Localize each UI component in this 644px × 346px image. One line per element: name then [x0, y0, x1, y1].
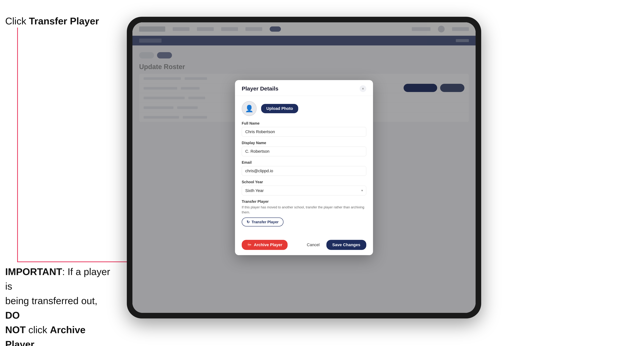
archive-player-button[interactable]: ⛔ Archive Player [242, 240, 288, 250]
instruction-top-bold: Transfer Player [29, 16, 99, 26]
full-name-label: Full Name [242, 121, 366, 126]
transfer-player-description: If this player has moved to another scho… [242, 205, 366, 215]
cancel-button[interactable]: Cancel [303, 240, 323, 250]
modal-close-button[interactable]: × [360, 85, 366, 92]
tablet-screen: Update Roster [132, 22, 476, 313]
transfer-player-label: Transfer Player [242, 199, 366, 204]
school-year-label: School Year [242, 180, 366, 184]
school-year-select[interactable]: First Year Second Year Third Year Fourth… [242, 186, 366, 195]
avatar-section: 👤 Upload Photo [242, 101, 366, 116]
tablet-device: Update Roster [127, 17, 481, 319]
full-name-input[interactable] [242, 127, 366, 137]
school-year-group: School Year First Year Second Year Third… [242, 180, 366, 195]
archive-icon: ⛔ [247, 242, 252, 247]
do-not-label: DONOT [5, 310, 26, 335]
modal-footer: ⛔ Archive Player Cancel Save Changes [235, 236, 373, 255]
display-name-input[interactable] [242, 147, 366, 156]
email-input[interactable] [242, 166, 366, 176]
full-name-group: Full Name [242, 121, 366, 137]
instruction-bottom: IMPORTANT: If a player is being transfer… [5, 264, 114, 346]
upload-photo-button[interactable]: Upload Photo [261, 104, 298, 113]
person-icon: 👤 [245, 105, 254, 113]
transfer-player-section: Transfer Player If this player has moved… [242, 199, 366, 226]
transfer-player-button-label: Transfer Player [252, 220, 279, 224]
email-group: Email [242, 160, 366, 176]
transfer-player-button[interactable]: ↻ Transfer Player [242, 217, 284, 226]
important-label: IMPORTANT [5, 266, 62, 277]
avatar-circle: 👤 [242, 101, 257, 116]
modal-overlay: Player Details × 👤 Upload Photo [132, 22, 476, 313]
transfer-icon: ↻ [246, 220, 250, 224]
save-changes-button[interactable]: Save Changes [326, 240, 366, 250]
school-year-select-wrapper: First Year Second Year Third Year Fourth… [242, 186, 366, 195]
app-background: Update Roster [132, 22, 476, 313]
email-label: Email [242, 160, 366, 165]
player-details-modal: Player Details × 👤 Upload Photo [235, 80, 373, 255]
annotation-line-vertical [17, 27, 18, 262]
display-name-label: Display Name [242, 141, 366, 145]
modal-title: Player Details [242, 85, 278, 92]
modal-body: 👤 Upload Photo Full Name Display Name [235, 96, 373, 236]
instruction-top: Click Transfer Player [5, 15, 99, 27]
modal-header: Player Details × [235, 80, 373, 96]
archive-player-label: Archive Player [254, 242, 282, 247]
display-name-group: Display Name [242, 141, 366, 156]
